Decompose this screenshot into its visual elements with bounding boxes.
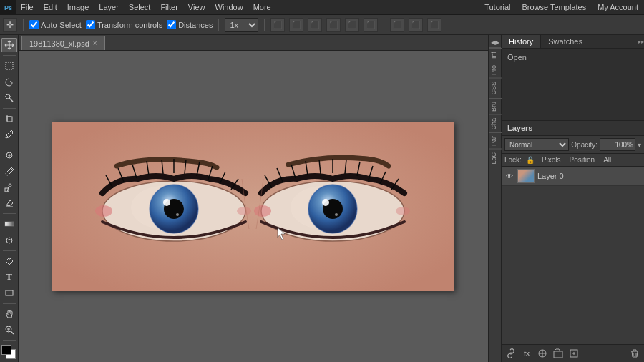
tool-healing[interactable] xyxy=(1,148,17,162)
mini-panel-paragraph[interactable]: Par xyxy=(489,132,502,149)
tool-marquee[interactable] xyxy=(1,59,17,73)
lock-position[interactable]: Position xyxy=(567,155,598,165)
tool-shape[interactable] xyxy=(1,285,17,300)
transform-controls-label[interactable]: Transform controls xyxy=(86,20,162,29)
auto-select-checkbox[interactable] xyxy=(29,20,39,29)
auto-select-label[interactable]: Auto-Select xyxy=(29,20,82,29)
align-left-icon[interactable]: ⬛ xyxy=(270,18,285,32)
delete-layer-btn[interactable] xyxy=(628,347,641,360)
tool-hand[interactable] xyxy=(1,306,17,321)
mini-panel-collapse[interactable]: ◀▶ xyxy=(489,38,502,48)
arrange-icon[interactable]: ⬛ xyxy=(427,18,441,32)
tool-zoom[interactable] xyxy=(1,323,17,337)
menu-image[interactable]: Image xyxy=(62,0,94,15)
menu-file[interactable]: File xyxy=(16,0,39,15)
adjustment-layer-btn[interactable] xyxy=(536,347,549,360)
svg-point-52 xyxy=(237,207,251,215)
svg-rect-23 xyxy=(6,290,13,295)
new-layer-btn[interactable] xyxy=(567,347,580,360)
mini-panel-layer-comps[interactable]: LaC xyxy=(489,149,502,167)
layers-list: 👁 Layer 0 xyxy=(502,167,644,344)
menu-select[interactable]: Select xyxy=(124,0,156,15)
transform-controls-checkbox[interactable] xyxy=(86,20,95,29)
menu-more[interactable]: More xyxy=(248,0,276,15)
tool-gradient[interactable] xyxy=(1,217,17,231)
tool-clone[interactable] xyxy=(1,180,17,195)
menu-left: Ps File Edit Image Layer Select Filter V… xyxy=(0,0,276,15)
menu-tutorial[interactable]: Tutorial xyxy=(479,0,516,15)
tool-crop[interactable] xyxy=(1,112,17,126)
svg-point-37 xyxy=(163,199,170,206)
history-swatches-tabs: History Swatches ▸▸ xyxy=(502,35,644,49)
menu-window[interactable]: Window xyxy=(210,0,248,15)
foreground-color[interactable] xyxy=(1,345,11,355)
menu-right: Tutorial Browse Templates My Account xyxy=(479,0,644,15)
separator2 xyxy=(218,19,219,31)
tool-pen[interactable] xyxy=(1,254,17,268)
distribute-v-icon[interactable]: ⬛ xyxy=(409,18,423,32)
blend-mode-select[interactable]: Normal Multiply Screen Overlay Soft Ligh… xyxy=(504,138,569,151)
tool-magic-wand[interactable] xyxy=(1,91,17,105)
link-layers-btn[interactable] xyxy=(504,347,517,360)
tab-close-button[interactable]: × xyxy=(93,39,97,47)
lock-pixels[interactable]: Pixels xyxy=(539,155,564,165)
tool-dodge[interactable] xyxy=(1,233,17,248)
zoom-select[interactable]: 1x 2x 0.5x xyxy=(225,18,258,32)
distances-checkbox[interactable] xyxy=(167,20,176,29)
layers-panel: Layers Normal Multiply Screen Overlay So… xyxy=(502,120,644,362)
menu-edit[interactable]: Edit xyxy=(39,0,62,15)
tool-move[interactable] xyxy=(1,38,17,52)
menu-layer[interactable]: Layer xyxy=(94,0,124,15)
right-panel: History Swatches ▸▸ Open Layers Normal M… xyxy=(501,35,644,362)
history-item-open[interactable]: Open xyxy=(504,52,641,63)
lock-icon[interactable]: 🔒 xyxy=(525,155,536,165)
move-tool-icon[interactable]: ✛ xyxy=(3,18,17,32)
align-center-icon[interactable]: ⬛ xyxy=(289,18,303,32)
opacity-dropdown-icon[interactable]: ▾ xyxy=(638,141,641,149)
separator xyxy=(23,19,24,31)
svg-point-17 xyxy=(9,184,11,187)
canvas-scroll[interactable] xyxy=(19,51,488,362)
tool-text[interactable]: T xyxy=(1,270,17,284)
align-right-icon[interactable]: ⬛ xyxy=(308,18,322,32)
menu-my-account[interactable]: My Account xyxy=(592,0,644,15)
mini-panel-info[interactable]: Inf xyxy=(489,48,502,62)
lock-all[interactable]: All xyxy=(600,155,614,165)
layer-effects-btn[interactable]: fx xyxy=(520,347,533,360)
menu-bar: Ps File Edit Image Layer Select Filter V… xyxy=(0,0,644,15)
mini-panel-css[interactable]: CSS xyxy=(489,78,502,98)
tab-swatches[interactable]: Swatches xyxy=(541,35,590,48)
menu-view[interactable]: View xyxy=(183,0,210,15)
align-bottom-icon[interactable]: ⬛ xyxy=(364,18,378,32)
tab-bar: 19811380_xl.psd × xyxy=(19,35,488,51)
tool-separator-1 xyxy=(3,55,16,56)
layers-lock-row: Lock: 🔒 Pixels Position All xyxy=(502,154,644,167)
document-tab[interactable]: 19811380_xl.psd × xyxy=(21,36,105,50)
layer-visibility-toggle[interactable]: 👁 xyxy=(504,171,514,181)
menu-browse-templates[interactable]: Browse Templates xyxy=(516,0,592,15)
distribute-h-icon[interactable]: ⬛ xyxy=(390,18,404,32)
opacity-input[interactable] xyxy=(600,138,635,151)
mini-panel: ◀▶ Inf Pro CSS Bru Cha Par LaC xyxy=(488,35,501,362)
distances-label[interactable]: Distances xyxy=(167,20,213,29)
mini-panel-brush[interactable]: Bru xyxy=(489,98,502,114)
tool-separator-5 xyxy=(3,250,16,251)
layer-item-0[interactable]: 👁 Layer 0 xyxy=(502,167,644,186)
layers-panel-header: Layers xyxy=(502,121,644,136)
tab-history[interactable]: History xyxy=(502,35,541,48)
layer-name: Layer 0 xyxy=(537,172,641,180)
mini-panel-channels[interactable]: Cha xyxy=(489,114,502,133)
transform-controls-text: Transform controls xyxy=(97,21,162,29)
align-middle-icon[interactable]: ⬛ xyxy=(345,18,359,32)
panel-collapse-arrow[interactable]: ▸▸ xyxy=(638,39,644,45)
tool-brush[interactable] xyxy=(1,165,17,179)
tool-eraser[interactable] xyxy=(1,196,17,210)
mini-panel-properties[interactable]: Pro xyxy=(489,62,502,78)
auto-select-text: Auto-Select xyxy=(41,21,82,29)
tool-eyedropper[interactable] xyxy=(1,127,17,142)
svg-point-4 xyxy=(6,94,10,99)
tool-lasso[interactable] xyxy=(1,74,17,89)
menu-filter[interactable]: Filter xyxy=(155,0,182,15)
new-group-btn[interactable] xyxy=(552,347,565,360)
align-top-icon[interactable]: ⬛ xyxy=(326,18,341,32)
